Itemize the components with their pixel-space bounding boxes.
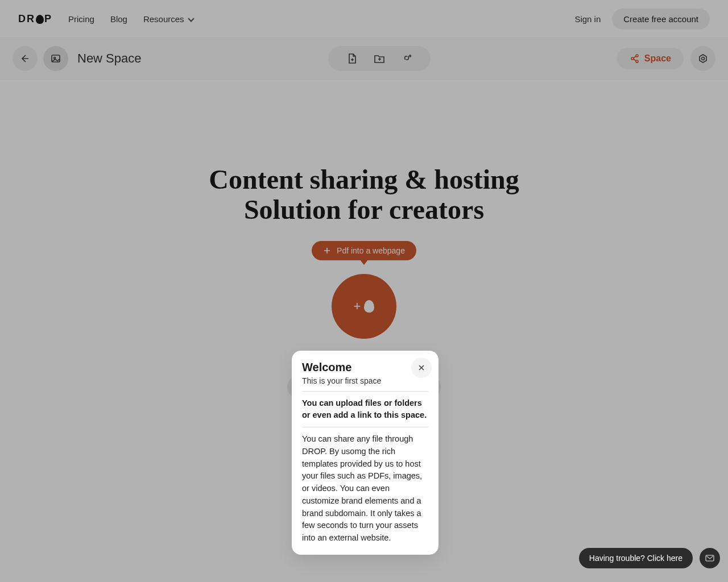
welcome-bold-text: You can upload files or folders or even …: [302, 397, 428, 421]
help-button[interactable]: [700, 548, 720, 568]
divider: [302, 427, 428, 427]
close-button[interactable]: [411, 357, 432, 378]
close-icon: [417, 363, 426, 372]
welcome-title: Welcome: [302, 361, 428, 374]
help-pill[interactable]: Having trouble? Click here: [579, 548, 693, 568]
mail-icon: [705, 553, 715, 563]
welcome-subtitle: This is your first space: [302, 376, 428, 385]
welcome-popup: Welcome This is your first space You can…: [292, 351, 439, 555]
divider: [302, 391, 428, 392]
welcome-body-text: You can share any file through DROP. By …: [302, 433, 428, 544]
help-area: Having trouble? Click here: [579, 548, 720, 568]
